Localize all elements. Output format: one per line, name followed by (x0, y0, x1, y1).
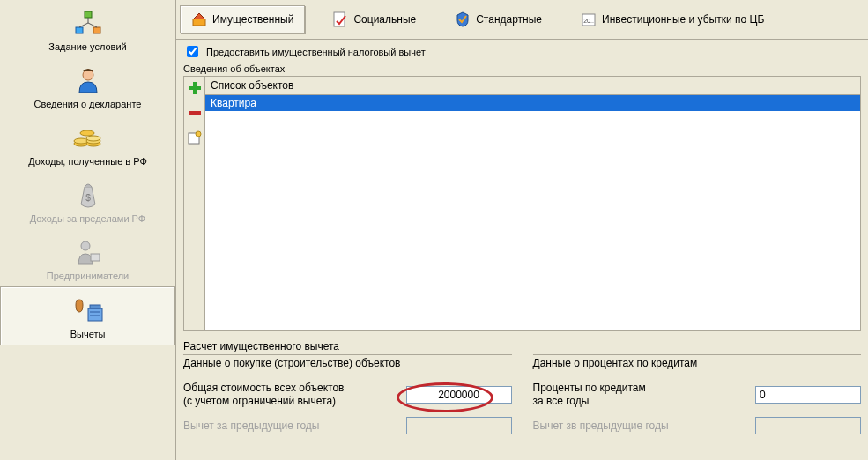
person-icon (70, 64, 106, 96)
calc-area: Расчет имущественного вычета Данные о по… (183, 340, 861, 443)
diagram-icon (70, 7, 106, 39)
total-cost-input[interactable] (406, 386, 512, 404)
svg-text:20..: 20.. (583, 18, 594, 24)
tab-social[interactable]: Социальные (321, 5, 427, 33)
tab-label: Имущественный (212, 13, 293, 26)
svg-point-8 (86, 136, 100, 141)
interest-label: Проценты по кредитам за все годы (533, 382, 646, 408)
tab-label: Социальные (353, 13, 416, 26)
add-object-button[interactable] (187, 80, 203, 96)
sidebar-item-label: Сведения о декларанте (34, 99, 142, 109)
calc-title: Расчет имущественного вычета (183, 340, 861, 352)
prev-years-interest-input (755, 417, 861, 434)
svg-rect-14 (90, 305, 100, 308)
svg-point-24 (196, 131, 201, 137)
deductions-icon (70, 294, 106, 326)
tab-standard[interactable]: Стандартные (443, 5, 553, 33)
sidebar-item-label: Предприниматели (47, 271, 129, 281)
svg-rect-0 (85, 11, 92, 18)
house-icon (191, 11, 207, 27)
coins-icon (70, 122, 106, 153)
calc-col-interest: Данные о процентах по кредитам Проценты … (533, 354, 862, 443)
total-cost-row: Общая стоимость всех объектов (с учетом … (183, 382, 512, 408)
edit-object-button[interactable] (187, 130, 203, 145)
calendar-icon: 20.. (581, 11, 597, 27)
prev-years-purchase-row: Вычет за предыдущие годы (183, 417, 512, 434)
provide-deduction-checkbox[interactable] (187, 46, 198, 57)
calc-col-purchase: Данные о покупке (строительстве) объекто… (183, 354, 512, 443)
svg-point-11 (81, 241, 90, 250)
sidebar-item-deductions[interactable]: Вычеты (0, 286, 175, 345)
sidebar-item-label: Задание условий (48, 41, 126, 52)
objects-list-header: Список объектов (205, 77, 860, 95)
svg-point-9 (80, 130, 94, 136)
main-area: Имущественный Социальные Стандартные 20.… (176, 0, 868, 460)
sidebar-item-declarant[interactable]: Сведения о декларанте (0, 57, 175, 115)
sidebar-item-label: Вычеты (70, 329, 106, 339)
svg-rect-2 (93, 27, 100, 33)
svg-rect-12 (91, 254, 100, 261)
objects-list[interactable]: Список объектов Квартира (205, 77, 860, 330)
sidebar-item-income-foreign: $ Доходы за пределами РФ (0, 172, 175, 229)
remove-object-button[interactable] (187, 105, 203, 121)
interest-row: Проценты по кредитам за все годы (533, 382, 862, 408)
tab-label: Стандартные (476, 13, 542, 26)
prev-years-purchase-label: Вычет за предыдущие годы (183, 419, 319, 433)
sidebar-item-conditions[interactable]: Задание условий (0, 0, 175, 57)
sidebar-item-entrepreneurs: Предприниматели (0, 229, 175, 286)
tab-label: Инвестиционные и убытки по ЦБ (602, 13, 764, 26)
objects-area: Список объектов Квартира (183, 76, 861, 331)
calc-col-interest-title: Данные о процентах по кредитам (533, 357, 862, 369)
objects-list-row[interactable]: Квартира (205, 95, 860, 111)
interest-input[interactable] (755, 386, 861, 404)
tab-property[interactable]: Имущественный (180, 5, 305, 33)
businessman-icon (70, 236, 106, 268)
svg-rect-1 (76, 27, 83, 33)
svg-rect-22 (189, 111, 201, 115)
document-check-icon (332, 11, 348, 27)
sidebar-item-label: Доходы за пределами РФ (30, 213, 145, 224)
objects-toolbar (184, 77, 205, 330)
prev-years-purchase-input (406, 417, 512, 434)
sidebar-item-label: Доходы, полученные в РФ (28, 156, 147, 167)
tab-investment[interactable]: 20.. Инвестиционные и убытки по ЦБ (569, 5, 775, 33)
shield-check-icon (455, 11, 471, 27)
sidebar-item-income-rf[interactable]: Доходы, полученные в РФ (0, 115, 175, 172)
prev-years-interest-row: Вычет зв предыдущие годы (533, 417, 862, 434)
objects-group-label: Сведения об объектах (176, 63, 868, 74)
svg-rect-13 (88, 308, 102, 321)
prev-years-interest-label: Вычет зв предыдущие годы (533, 419, 669, 433)
deduction-tabs: Имущественный Социальные Стандартные 20.… (176, 0, 868, 40)
provide-deduction-row: Предоставить имущественный налоговый выч… (176, 40, 868, 62)
total-cost-label: Общая стоимость всех объектов (с учетом … (183, 382, 344, 408)
moneybag-icon: $ (70, 179, 106, 211)
calc-col-purchase-title: Данные о покупке (строительстве) объекто… (183, 357, 512, 369)
sidebar: Задание условий Сведения о декларанте До… (0, 0, 176, 460)
svg-text:$: $ (85, 193, 91, 203)
provide-deduction-label: Предоставить имущественный налоговый выч… (206, 47, 426, 57)
svg-rect-21 (189, 86, 201, 90)
